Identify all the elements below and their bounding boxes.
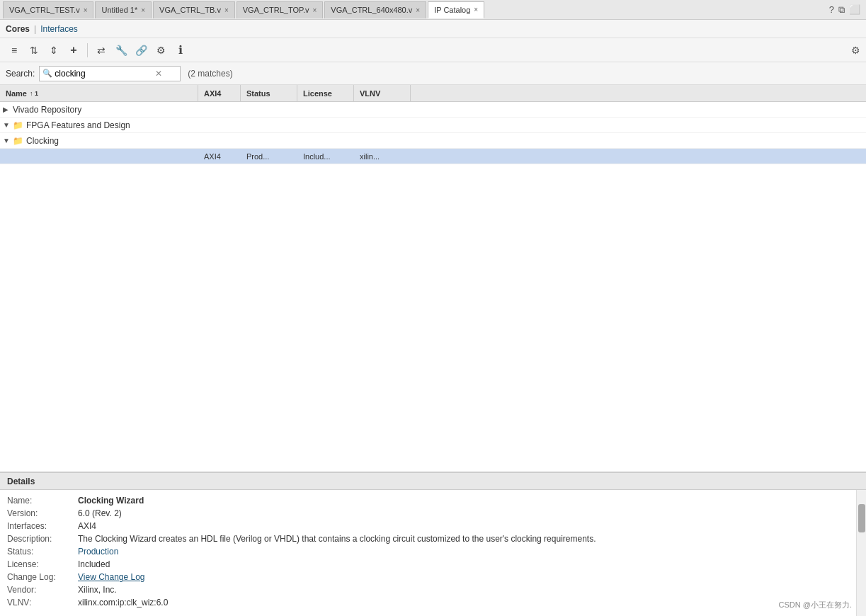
toolbar-btn-settings[interactable]: 🔧	[113, 42, 130, 59]
search-label: Search:	[6, 69, 35, 79]
search-icon: 🔍	[42, 69, 52, 78]
main-area: Name ↑ 1 AXI4 Status License VLNV ▶ Viva…	[0, 85, 866, 616]
sub-nav-separator: |	[34, 24, 36, 34]
toolbar-btn-info[interactable]: ℹ	[172, 42, 189, 59]
close-tab-icon[interactable]: ×	[474, 6, 478, 13]
row-name-cell: ▼ 📁 Clocking	[0, 136, 198, 146]
table-row[interactable]: ▼ 📁 Clocking	[0, 133, 866, 149]
details-value-status[interactable]: Production	[78, 547, 118, 557]
maximize-icon[interactable]: ⬜	[849, 4, 860, 15]
toolbar-btn-collapse-all[interactable]: ⇅	[25, 42, 42, 59]
details-row: Interfaces: AXI4	[7, 521, 859, 531]
details-value-description: The Clocking Wizard creates an HDL file …	[78, 534, 596, 544]
tab-vga-ctrl-top[interactable]: VGA_CTRL_TOP.v ×	[237, 1, 324, 18]
table-row[interactable]: ▼ 📁 FPGA Features and Design	[0, 118, 866, 133]
details-value-version: 6.0 (Rev. 2)	[78, 508, 122, 518]
table-row[interactable]: AXI4 Prod... Includ... xilin...	[0, 149, 866, 164]
settings-gear-icon[interactable]: ⚙	[851, 45, 860, 56]
close-tab-icon[interactable]: ×	[141, 6, 145, 14]
toolbar-btn-link[interactable]: 🔗	[132, 42, 149, 59]
details-key: Name:	[7, 496, 78, 506]
folder-icon: 📁	[13, 120, 23, 130]
toolbar-btn-transfer[interactable]: ⇄	[93, 42, 110, 59]
details-row: Status: Production	[7, 547, 859, 557]
row-name-cell: ▼ 📁 FPGA Features and Design	[0, 120, 198, 130]
link-icon: 🔗	[135, 45, 147, 56]
details-value-interfaces: AXI4	[78, 521, 96, 531]
details-value-name: Clocking Wizard	[78, 496, 144, 506]
table-header: Name ↑ 1 AXI4 Status License VLNV	[0, 85, 866, 102]
close-tab-icon[interactable]: ×	[416, 6, 420, 14]
subnav-cores[interactable]: Cores	[6, 24, 30, 34]
close-tab-icon[interactable]: ×	[84, 6, 88, 14]
details-key: License:	[7, 559, 78, 569]
search-clear-icon[interactable]: ✕	[155, 69, 162, 79]
match-count: (2 matches)	[188, 69, 232, 79]
search-input[interactable]	[55, 69, 154, 79]
row-label: Clocking	[26, 136, 59, 146]
toolbar-separator	[87, 43, 88, 57]
details-row: License: Included	[7, 559, 859, 569]
sort-icon: ↑ 1	[30, 90, 38, 97]
tab-bar: VGA_CTRL_TEST.v × Untitled 1* × VGA_CTRL…	[0, 0, 866, 20]
scrollbar[interactable]	[856, 490, 866, 616]
header-status[interactable]: Status	[241, 85, 297, 101]
close-tab-icon[interactable]: ×	[224, 6, 229, 14]
details-value-changelog[interactable]: View Change Log	[78, 572, 145, 582]
tab-vga-ctrl-640[interactable]: VGA_CTRL_640x480.v ×	[324, 1, 426, 18]
row-axi4: AXI4	[198, 152, 241, 161]
subnav-interfaces[interactable]: Interfaces	[40, 24, 78, 34]
header-axi4[interactable]: AXI4	[198, 85, 241, 101]
details-row: Change Log: View Change Log	[7, 572, 859, 582]
expand-icon[interactable]: ▼	[3, 121, 11, 129]
toolbar-btn-list[interactable]: ≡	[6, 42, 23, 59]
details-key: Change Log:	[7, 572, 78, 582]
toolbar-btn-gear[interactable]: ⚙	[152, 42, 169, 59]
restore-icon[interactable]: ⧉	[838, 4, 845, 16]
details-row: Description: The Clocking Wizard creates…	[7, 534, 859, 544]
details-panel: Details Name: Clocking Wizard Version: 6…	[0, 472, 866, 616]
header-vlnv[interactable]: VLNV	[354, 85, 411, 101]
row-vlnv: xilin...	[354, 152, 411, 161]
tab-ip-catalog[interactable]: IP Catalog ×	[428, 1, 484, 18]
tab-vga-ctrl-test[interactable]: VGA_CTRL_TEST.v ×	[3, 1, 93, 18]
gear-icon: ⚙	[156, 45, 166, 56]
expand-icon[interactable]: ▶	[3, 105, 11, 113]
tab-icons: ? ⧉ ⬜	[829, 4, 866, 16]
scrollbar-thumb[interactable]	[858, 504, 865, 532]
toolbar-btn-expand-all[interactable]: ⇕	[45, 42, 62, 59]
details-key: Version:	[7, 508, 78, 518]
details-key: Vendor:	[7, 585, 78, 595]
toolbar-btn-add[interactable]: +	[65, 42, 82, 59]
help-icon[interactable]: ?	[829, 4, 834, 15]
expand-all-icon: ⇕	[50, 45, 58, 56]
header-name[interactable]: Name ↑ 1	[0, 85, 198, 101]
details-header: Details	[0, 473, 866, 490]
details-value-vlnv: xilinx.com:ip:clk_wiz:6.0	[78, 598, 168, 608]
tab-vga-ctrl-tb[interactable]: VGA_CTRL_TB.v ×	[153, 1, 235, 18]
expand-icon[interactable]: ▼	[3, 137, 11, 144]
sub-nav: Cores | Interfaces	[0, 20, 866, 38]
header-license[interactable]: License	[297, 85, 354, 101]
details-body: Name: Clocking Wizard Version: 6.0 (Rev.…	[0, 490, 866, 616]
wrench-icon: 🔧	[115, 45, 127, 56]
details-value-vendor: Xilinx, Inc.	[78, 585, 117, 595]
details-key: Status:	[7, 547, 78, 557]
collapse-all-icon: ⇅	[30, 45, 38, 56]
list-icon: ≡	[11, 45, 17, 56]
row-status: Prod...	[241, 152, 297, 161]
details-row: Version: 6.0 (Rev. 2)	[7, 508, 859, 518]
details-value-license: Included	[78, 559, 110, 569]
table-row[interactable]: ▶ Vivado Repository	[0, 102, 866, 118]
row-label: FPGA Features and Design	[26, 120, 130, 130]
tab-untitled1[interactable]: Untitled 1* ×	[95, 1, 152, 18]
row-name-cell: ▶ Vivado Repository	[0, 105, 198, 115]
tree-table: Name ↑ 1 AXI4 Status License VLNV ▶ Viva…	[0, 85, 866, 472]
details-key: VLNV:	[7, 598, 78, 608]
search-input-wrap: 🔍 ✕	[39, 66, 181, 81]
row-label: Vivado Repository	[13, 105, 81, 115]
details-key: Interfaces:	[7, 521, 78, 531]
close-tab-icon[interactable]: ×	[313, 6, 317, 14]
details-row: Name: Clocking Wizard	[7, 496, 859, 506]
details-row: Vendor: Xilinx, Inc.	[7, 585, 859, 595]
